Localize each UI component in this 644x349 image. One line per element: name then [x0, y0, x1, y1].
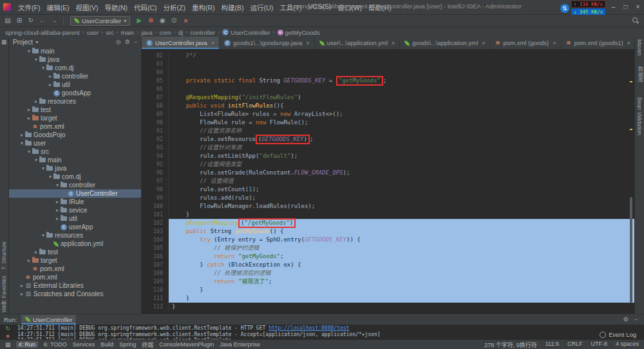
breadcrumb-item-spring-cloud-alibaba-parent[interactable]: spring-cloud-alibaba-parent — [5, 29, 80, 36]
menu-r[interactable]: 重构(R) — [189, 1, 218, 14]
statusbar-item-java-enterprise[interactable]: Java Enterprise — [220, 341, 260, 348]
tree-item-java[interactable]: ▾java — [9, 55, 141, 64]
hide-panel-icon[interactable]: − — [134, 39, 137, 45]
code-editor[interactable]: 82 }*/838485 private static final String… — [142, 50, 634, 314]
chevron-down-icon[interactable]: ▾ — [35, 39, 38, 45]
menu-v[interactable]: 视图(V) — [72, 1, 101, 14]
hide-panel-icon[interactable]: − — [634, 316, 638, 323]
close-tab-icon[interactable]: × — [553, 40, 556, 46]
chevron-right-icon[interactable]: ▸ — [26, 115, 32, 121]
locate-file-icon[interactable]: ◎ — [116, 39, 121, 45]
debug-icon[interactable] — [146, 15, 156, 26]
tree-item-target[interactable]: ▸target — [9, 256, 141, 265]
tool-tab-web[interactable]: Web — [1, 301, 7, 312]
statusbar-info-4-spaces[interactable]: 4 spaces — [616, 341, 639, 349]
project-panel-title[interactable]: Project — [13, 39, 33, 46]
editor-scrollbar[interactable] — [629, 50, 634, 313]
tree-item-util[interactable]: ▸util — [9, 214, 141, 223]
tree-item-pom-xml[interactable]: mpom.xml — [9, 265, 141, 273]
chevron-down-icon[interactable]: ▾ — [40, 65, 46, 71]
statusbar-item-4-run[interactable]: 4: Run — [16, 341, 39, 348]
run-tab-usercontroller[interactable]: UserController — [21, 315, 76, 325]
tree-item-target[interactable]: ▸target — [9, 114, 141, 122]
tree-item-pom-xml[interactable]: mpom.xml — [9, 273, 141, 281]
menu-f[interactable]: 文件(F) — [15, 1, 43, 14]
menu-z[interactable]: 分析(Z) — [160, 1, 189, 14]
close-tab-icon[interactable]: × — [627, 40, 630, 46]
chevron-down-icon[interactable]: ▾ — [33, 57, 39, 62]
maximize-button[interactable]: □ — [620, 0, 632, 14]
chevron-right-icon[interactable]: ▸ — [19, 283, 25, 288]
tree-item-scratches-and-consoles[interactable]: ▸▥Scratches and Consoles — [9, 290, 141, 298]
menu-c[interactable]: 代码(C) — [131, 1, 160, 14]
tool-tab-item[interactable]: 数据库 — [636, 66, 644, 83]
chevron-down-icon[interactable]: ▾ — [47, 174, 53, 180]
close-tab-icon[interactable]: × — [392, 40, 395, 46]
coverage-icon[interactable]: ◉ — [157, 15, 167, 26]
menu-n[interactable]: 导航(N) — [101, 1, 131, 14]
project-tool-icon[interactable]: ▦ — [1, 39, 7, 45]
rerun-icon[interactable]: ↻ — [5, 325, 10, 332]
tree-item-goodspojo[interactable]: ▸GoodsPojo — [9, 131, 141, 139]
tool-tab-7-structure[interactable]: 7: Structure — [1, 241, 7, 270]
editor-tab-pom-xml-goods1[interactable]: mpom.xml (goods1)× — [562, 37, 634, 49]
statusbar-item-consolemavenplugin[interactable]: ConsoleMavenPlugin — [159, 341, 214, 348]
tree-item-main[interactable]: ▾main — [9, 156, 141, 164]
statusbar-item-spring[interactable]: Spring — [119, 341, 136, 348]
chevron-down-icon[interactable]: ▾ — [33, 157, 39, 163]
tool-window-switcher-icon[interactable]: ▦ — [5, 341, 11, 348]
tree-item-usercontroller[interactable]: CUserController — [9, 189, 141, 198]
breadcrumb-item-java[interactable]: java — [141, 29, 152, 36]
tree-item-util[interactable]: ▸util — [9, 80, 141, 89]
statusbar-item-services[interactable]: Services — [73, 341, 95, 348]
scrollbar-thumb[interactable] — [630, 197, 632, 303]
gear-icon[interactable]: ⚙ — [125, 39, 130, 45]
tree-item-goodsapp[interactable]: CgoodsApp — [9, 89, 141, 97]
tree-item-test[interactable]: ▸test — [9, 248, 141, 256]
tree-item-src[interactable]: ▾src — [9, 147, 141, 156]
chevron-right-icon[interactable]: ▸ — [54, 207, 61, 213]
breadcrumb-item-usercontroller[interactable]: CUserController — [222, 29, 270, 36]
statusbar-info-278-9[interactable]: 278 个字符, 9换行符 — [484, 341, 537, 349]
editor-tab-pom-xml-goods[interactable]: mpom.xml (goods)× — [491, 37, 562, 49]
tool-tab-2-favorites[interactable]: 2: Favorites — [1, 276, 7, 304]
menu-b[interactable]: 构建(B) — [218, 1, 247, 14]
tree-item-com-dj[interactable]: ▾com.dj — [9, 173, 141, 181]
breadcrumb-item-main[interactable]: main — [121, 29, 135, 36]
minimize-button[interactable]: – — [607, 0, 620, 14]
run-icon[interactable]: ▶ — [134, 15, 144, 26]
chevron-right-icon[interactable]: ▸ — [19, 291, 25, 297]
statusbar-info-crlf[interactable]: CRLF — [567, 341, 583, 349]
chevron-right-icon[interactable]: ▸ — [19, 132, 25, 138]
editor-tab-user-application-yml[interactable]: user\...\application.yml× — [315, 37, 401, 49]
chevron-right-icon[interactable]: ▸ — [54, 216, 61, 222]
breadcrumb-item-user[interactable]: user — [87, 29, 99, 36]
save-icon[interactable]: ⊞ — [14, 15, 24, 26]
editor-tab-goods-application-yml[interactable]: goods\...\application.yml× — [400, 37, 490, 49]
back-icon[interactable]: ← — [37, 15, 48, 26]
chevron-down-icon[interactable]: ▾ — [26, 149, 32, 155]
stop-icon[interactable]: ■ — [180, 15, 191, 26]
statusbar-info-111-6[interactable]: 111:6 — [545, 341, 559, 349]
tree-item-irule[interactable]: ▸IRule — [9, 198, 141, 206]
tree-item-external-libraries[interactable]: ▸▥External Libraries — [9, 281, 141, 290]
chevron-down-icon[interactable]: ▾ — [54, 182, 61, 188]
gear-icon[interactable]: ⚙ — [623, 316, 629, 323]
stop-icon[interactable]: ■ — [6, 333, 9, 339]
close-tab-icon[interactable]: × — [482, 40, 485, 46]
tree-item-user[interactable]: ▾user — [9, 139, 141, 147]
breadcrumb-item-getmygoods[interactable]: mgetMyGoods — [278, 29, 320, 36]
breadcrumb-item-dj[interactable]: dj — [178, 29, 183, 36]
chevron-right-icon[interactable]: ▸ — [47, 82, 53, 88]
statusbar-item-item[interactable]: 终端 — [142, 341, 153, 349]
statusbar-item-6-todo[interactable]: 6: TODO — [44, 341, 67, 348]
tree-item-sevice[interactable]: ▸sevice — [9, 206, 141, 214]
chevron-down-icon[interactable]: ▾ — [26, 48, 32, 54]
chevron-right-icon[interactable]: ▸ — [54, 199, 61, 205]
close-button[interactable]: × — [632, 0, 644, 14]
breadcrumb-item-com[interactable]: com — [160, 29, 171, 36]
tree-item-main[interactable]: ▾main — [9, 47, 141, 55]
search-everywhere-icon[interactable] — [632, 17, 639, 24]
tree-item-userapp[interactable]: CuserApp — [9, 223, 141, 231]
editor-tab-goods1-goodsapp-java[interactable]: Cgoods1\...\goodsApp.java× — [220, 37, 314, 49]
